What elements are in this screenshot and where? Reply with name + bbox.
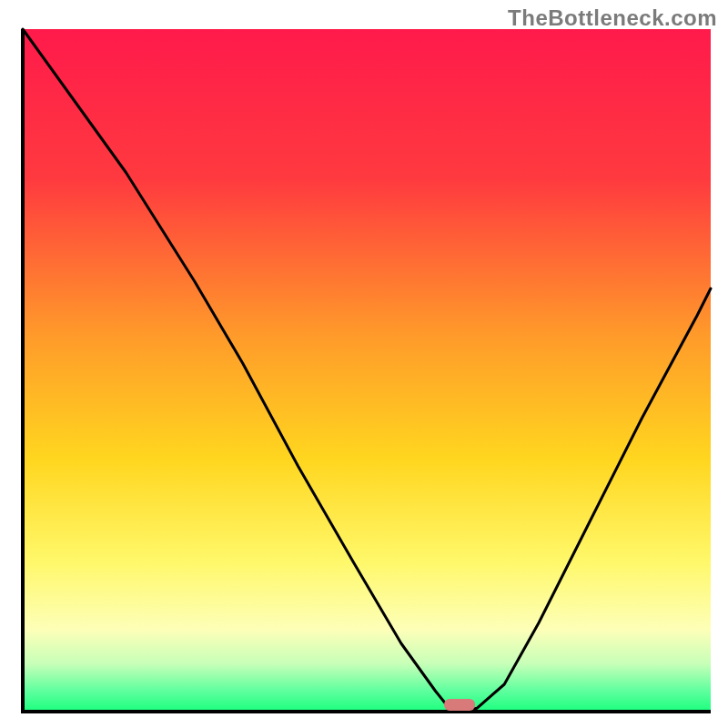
bottleneck-chart bbox=[0, 0, 728, 728]
plot-background bbox=[23, 29, 711, 712]
chart-frame: TheBottleneck.com bbox=[0, 0, 728, 728]
optimal-marker bbox=[444, 699, 475, 711]
watermark-label: TheBottleneck.com bbox=[508, 5, 717, 31]
